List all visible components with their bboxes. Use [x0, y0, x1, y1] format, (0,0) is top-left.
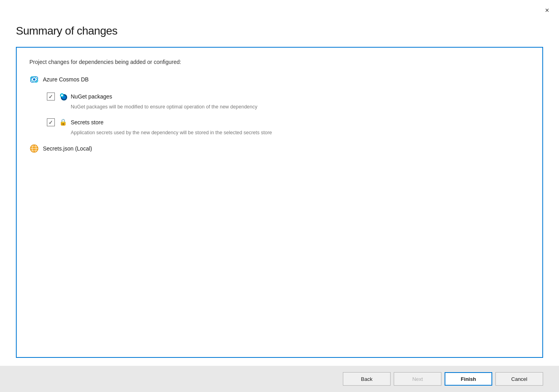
nuget-description: NuGet packages will be modified to ensur…: [71, 103, 530, 111]
dialog-content: Project changes for dependencies being a…: [0, 47, 559, 358]
lock-icon: 🔒: [59, 118, 67, 126]
lock-icon-wrapper: 🔒: [59, 118, 68, 127]
nuget-checkbox[interactable]: ✓: [47, 93, 55, 100]
secrets-store-checkbox[interactable]: ✓: [47, 118, 55, 126]
secrets-json-label: Secrets.json (Local): [43, 145, 92, 152]
secrets-json-item: Secrets.json (Local): [29, 144, 530, 153]
dependency-item-cosmos: Azure Cosmos DB: [29, 75, 530, 84]
nuget-label: NuGet packages: [71, 93, 112, 100]
close-button[interactable]: ×: [542, 5, 553, 16]
svg-point-2: [33, 78, 35, 81]
secrets-json-icon: [29, 144, 39, 153]
cosmos-db-icon: [29, 75, 39, 84]
next-button[interactable]: Next: [394, 372, 441, 386]
secrets-store-row: ✓ 🔒 Secrets store: [47, 118, 530, 127]
footer: Back Next Finish Cancel: [0, 366, 559, 392]
sub-items: ✓ NuGet packages: [47, 92, 530, 137]
summary-dialog: × Summary of changes Project changes for…: [0, 0, 559, 392]
dialog-header: Summary of changes: [0, 21, 559, 47]
close-icon: ×: [545, 6, 549, 15]
dialog-title: Summary of changes: [16, 25, 543, 37]
finish-button[interactable]: Finish: [445, 372, 492, 386]
nuget-icon: [59, 92, 68, 101]
panel-description: Project changes for dependencies being a…: [29, 59, 530, 65]
secrets-store-check-mark: ✓: [48, 120, 53, 125]
nuget-sub-item: ✓ NuGet packages: [47, 92, 530, 111]
back-button[interactable]: Back: [343, 372, 391, 386]
svg-point-6: [61, 95, 63, 97]
cosmos-db-label: Azure Cosmos DB: [43, 76, 89, 83]
secrets-store-description: Application secrets used by the new depe…: [71, 129, 530, 137]
secrets-store-label: Secrets store: [71, 119, 103, 126]
nuget-check-mark: ✓: [48, 94, 53, 99]
title-bar: ×: [0, 0, 559, 21]
secrets-store-sub-item: ✓ 🔒 Secrets store Application secrets us…: [47, 118, 530, 137]
cancel-button[interactable]: Cancel: [495, 372, 543, 386]
nuget-row: ✓ NuGet packages: [47, 92, 530, 101]
content-panel: Project changes for dependencies being a…: [16, 47, 543, 358]
